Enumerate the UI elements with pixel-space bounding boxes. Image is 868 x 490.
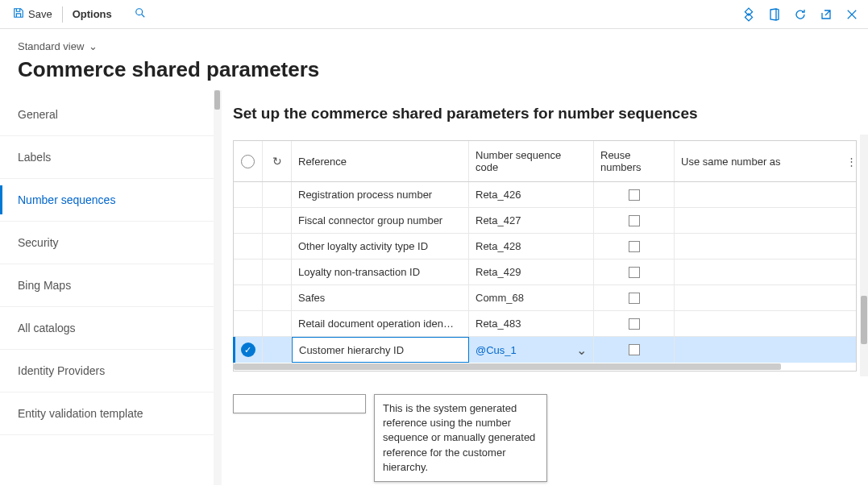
cell-usesame	[675, 260, 856, 284]
filter-input[interactable]	[233, 394, 366, 413]
table-row[interactable]: Loyalty non-transaction IDReta_429	[234, 260, 856, 285]
row-selector[interactable]	[234, 285, 263, 310]
sidebar-item[interactable]: All catalogs	[0, 307, 214, 350]
page-title: Commerce shared parameters	[18, 57, 850, 82]
table: ↻ Reference Number sequence code Reuse n…	[233, 140, 857, 372]
checkbox-icon	[629, 344, 640, 355]
row-indicator	[263, 311, 292, 336]
cell-reuse[interactable]	[594, 182, 675, 207]
cell-code: Reta_426	[469, 182, 594, 207]
sidebar-item[interactable]: Entity validation template	[0, 392, 214, 435]
row-indicator	[263, 285, 292, 310]
save-label: Save	[28, 8, 52, 20]
toolbar-separator	[62, 6, 63, 23]
col-reference[interactable]: Reference	[292, 141, 469, 181]
cell-reference: Other loyalty activity type ID	[292, 234, 469, 259]
cell-reference: Retail document operation iden…	[292, 311, 469, 336]
main-panel: Set up the commerce shared parameters fo…	[222, 90, 868, 485]
header-area: Standard view ⌄ Commerce shared paramete…	[0, 29, 868, 90]
popout-icon[interactable]	[816, 5, 836, 24]
row-selector[interactable]	[234, 182, 263, 207]
cell-usesame	[675, 182, 856, 207]
cell-usesame	[675, 285, 856, 310]
row-selector[interactable]	[234, 311, 263, 336]
table-row[interactable]: SafesComm_68	[234, 285, 856, 311]
checkbox-icon	[629, 267, 640, 278]
table-row[interactable]: Registration process numberReta_426	[234, 182, 856, 208]
cell-usesame	[675, 337, 856, 363]
sidebar-item[interactable]: Identity Providers	[0, 350, 214, 392]
toolbar: Save Options	[0, 0, 868, 29]
sidebar-item[interactable]: Labels	[0, 136, 214, 179]
cell-code: Reta_483	[469, 311, 594, 336]
diamond-icon[interactable]	[739, 5, 758, 24]
refresh-small-icon: ↻	[272, 155, 282, 168]
table-header: ↻ Reference Number sequence code Reuse n…	[234, 141, 856, 182]
cell-reference: Safes	[292, 285, 469, 310]
office-icon[interactable]	[765, 5, 784, 24]
select-all-header[interactable]	[234, 141, 263, 181]
cell-reuse[interactable]	[594, 311, 675, 336]
close-icon[interactable]	[842, 5, 862, 24]
cell-reuse[interactable]	[594, 285, 675, 310]
section-title: Set up the commerce shared parameters fo…	[233, 105, 857, 122]
checkbox-icon	[629, 293, 640, 304]
col-usesame[interactable]: Use same number as	[675, 141, 840, 181]
save-button[interactable]: Save	[6, 4, 59, 24]
row-indicator	[263, 234, 292, 259]
checkmark-icon: ✓	[241, 343, 255, 357]
options-button[interactable]: Options	[66, 5, 118, 23]
row-indicator	[263, 260, 292, 284]
cell-reuse[interactable]	[594, 234, 675, 259]
chevron-down-icon: ⌄	[89, 40, 98, 52]
content: GeneralLabelsNumber sequencesSecurityBin…	[0, 90, 868, 485]
cell-code: Reta_429	[469, 260, 594, 284]
checkbox-icon	[629, 189, 640, 201]
col-reuse[interactable]: Reuse numbers	[594, 141, 675, 181]
cell-reference: Loyalty non-transaction ID	[292, 260, 469, 284]
cell-reference: Fiscal connector group number	[292, 208, 469, 233]
row-indicator	[263, 208, 292, 233]
cell-reuse[interactable]	[594, 260, 675, 284]
row-selector[interactable]: ✓	[234, 337, 263, 363]
svg-point-0	[136, 9, 143, 15]
sidebar-item[interactable]: Number sequences	[0, 179, 214, 222]
tooltip-area: This is the system generated reference u…	[233, 394, 857, 482]
refresh-icon[interactable]	[791, 5, 810, 24]
cell-code: Comm_68	[469, 285, 594, 310]
checkbox-icon	[629, 318, 640, 330]
checkbox-icon	[629, 215, 640, 226]
row-selector[interactable]	[234, 234, 263, 259]
sidebar-item[interactable]: General	[0, 93, 214, 136]
cell-reuse[interactable]	[594, 337, 675, 363]
horizontal-scrollbar[interactable]	[234, 363, 856, 371]
table-body: Registration process numberReta_426Fisca…	[234, 182, 856, 363]
tooltip-text: This is the system generated reference u…	[374, 394, 547, 482]
table-row[interactable]: Fiscal connector group numberReta_427	[234, 208, 856, 234]
table-row[interactable]: ✓Customer hierarchy ID@Cus_1	[234, 337, 856, 363]
svg-line-1	[142, 15, 145, 18]
sidebar-item[interactable]: Bing Maps	[0, 264, 214, 307]
sidebar-item[interactable]: Security	[0, 222, 214, 264]
save-icon	[13, 7, 24, 21]
row-selector[interactable]	[234, 260, 263, 284]
cell-reuse[interactable]	[594, 208, 675, 233]
vertical-scrollbar[interactable]	[860, 135, 868, 376]
table-row[interactable]: Other loyalty activity type IDReta_428	[234, 234, 856, 260]
cell-usesame	[675, 311, 856, 336]
cell-code[interactable]: @Cus_1	[469, 337, 594, 363]
search-button[interactable]	[128, 4, 152, 24]
col-code[interactable]: Number sequence code	[469, 141, 594, 181]
cell-reference[interactable]: Customer hierarchy ID	[292, 337, 469, 363]
table-row[interactable]: Retail document operation iden…Reta_483	[234, 311, 856, 337]
sidebar-scrollbar[interactable]	[214, 90, 222, 485]
cell-usesame	[675, 208, 856, 233]
more-columns-icon[interactable]: ⋮	[840, 141, 856, 181]
toolbar-right	[739, 5, 862, 24]
refresh-header[interactable]: ↻	[263, 141, 292, 181]
cell-usesame	[675, 234, 856, 259]
cell-code: Reta_427	[469, 208, 594, 233]
row-selector[interactable]	[234, 208, 263, 233]
search-icon	[135, 7, 146, 21]
view-selector[interactable]: Standard view ⌄	[18, 40, 98, 52]
